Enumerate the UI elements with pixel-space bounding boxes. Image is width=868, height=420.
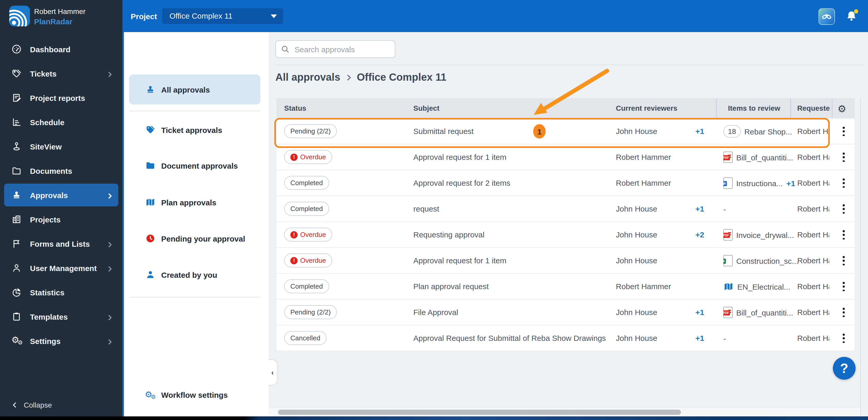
filter-item-document-approvals[interactable]: Document approvals	[129, 150, 260, 180]
subject-cell[interactable]: Plan approval request	[413, 274, 489, 300]
table-row[interactable]: !OverdueApproval request for 1 itemJohn …	[276, 248, 855, 274]
chevron-right-icon	[107, 192, 113, 198]
filter-item-all-approvals[interactable]: All approvals	[129, 75, 260, 105]
table-row[interactable]: !OverdueApproval request for 1 itemRober…	[276, 144, 855, 170]
workflow-gears-icon: ⚙⚙	[145, 390, 156, 400]
user-block[interactable]: Robert Hammer PlanRadar	[0, 0, 122, 33]
column-header-requester[interactable]: Requester	[797, 98, 830, 118]
row-menu-kebab-icon[interactable]	[839, 307, 849, 318]
filter-item-ticket-approvals[interactable]: Ticket approvals	[129, 115, 260, 145]
item-file-name[interactable]: Invoice_drywal...	[736, 230, 794, 239]
overdue-alert-icon: !	[290, 231, 298, 238]
subject-cell[interactable]: Approval request for 2 items	[413, 170, 510, 196]
reviewers-extra-count[interactable]: +1	[689, 196, 704, 222]
collapse-label: Collapse	[24, 401, 52, 409]
help-button[interactable]: ?	[833, 357, 856, 380]
filter-item-created-by-you[interactable]: Created by you	[129, 260, 260, 290]
items-extra-count[interactable]: +1	[786, 179, 795, 188]
column-header-subject[interactable]: Subject	[413, 98, 439, 118]
status-cell: Cancelled	[284, 331, 327, 345]
sidebar-item-documents[interactable]: Documents	[4, 159, 118, 182]
reviewer-cell: Robert Hammer	[616, 144, 671, 170]
table-row[interactable]: Pending (2/2)File ApprovalJohn House+1PD…	[276, 300, 855, 325]
item-file-name[interactable]: Rebar Shop...	[744, 127, 792, 136]
table-settings-gear-icon[interactable]: ⚙	[838, 98, 846, 118]
subject-cell[interactable]: Approval Request for Submittal of Reba S…	[413, 325, 606, 351]
connect-app-icon[interactable]	[818, 8, 835, 25]
sidebar-item-dashboard[interactable]: Dashboard	[4, 38, 118, 60]
sidebar-item-approvals[interactable]: Approvals	[4, 184, 118, 206]
filter-item-workflow-settings[interactable]: ⚙⚙Workflow settings	[129, 380, 260, 410]
sidebar-collapse-button[interactable]: Collapse	[11, 401, 52, 409]
subject-cell[interactable]: Requesting approval	[413, 222, 485, 248]
sidebar-item-siteview[interactable]: SiteView	[4, 135, 118, 158]
filter-item-plan-approvals[interactable]: Plan approvals	[129, 187, 260, 217]
search-box[interactable]	[275, 40, 395, 58]
notification-dot	[854, 9, 858, 13]
table-row[interactable]: CompletedrequestJohn House+1-Robert Ha	[276, 196, 855, 222]
sidebar-item-settings[interactable]: ⚙⚙Settings	[4, 330, 118, 352]
items-to-review-cell: 18Rebar Shop...	[723, 118, 792, 144]
horizontal-scrollbar-thumb[interactable]	[278, 410, 681, 415]
items-to-review-cell: WInstructiona...+1	[723, 170, 795, 196]
item-file-name[interactable]: Construction_sc...	[736, 256, 798, 265]
table-row[interactable]: CancelledApproval Request for Submittal …	[276, 325, 855, 351]
row-menu-kebab-icon[interactable]	[839, 177, 849, 189]
subject-cell[interactable]: Approval request for 1 item	[413, 144, 506, 170]
sidebar-item-project-reports[interactable]: Project reports	[4, 86, 118, 109]
reviewers-extra-count[interactable]: +2	[689, 222, 704, 248]
search-input[interactable]	[293, 44, 389, 54]
subject-cell[interactable]: request	[413, 196, 439, 222]
sidebar-item-user-management[interactable]: User Management	[4, 256, 118, 279]
vertical-scrollbar-track[interactable]	[860, 98, 861, 420]
reviewer-cell: John House	[616, 300, 657, 325]
horizontal-scrollbar-track[interactable]	[269, 407, 860, 417]
item-file-name[interactable]: Bill_of_quantiti...	[736, 153, 793, 162]
row-menu-kebab-icon[interactable]	[839, 203, 849, 215]
sidebar-item-templates[interactable]: Templates	[4, 305, 118, 328]
subject-cell[interactable]: File Approval	[413, 300, 458, 325]
table-row[interactable]: CompletedApproval request for 2 itemsRob…	[276, 170, 855, 196]
table-row[interactable]: !OverdueRequesting approvalJohn House+2P…	[276, 222, 855, 248]
item-file-name[interactable]: EN_Electrical...	[737, 282, 790, 291]
requester-cell: Robert Ha	[797, 248, 829, 274]
projects-icon	[11, 214, 22, 224]
sidebar-item-schedule[interactable]: Schedule	[4, 111, 118, 134]
table-row[interactable]: Pending (2/2)Submittal request1John Hous…	[276, 118, 855, 144]
row-menu-kebab-icon[interactable]	[839, 333, 849, 344]
items-to-review-cell: PDFBill_of_quantiti...	[723, 300, 793, 325]
reviewers-extra-count[interactable]: +1	[689, 325, 704, 351]
subject-cell[interactable]: Submittal request	[413, 118, 473, 144]
reviewers-extra-count[interactable]: +1	[689, 300, 704, 325]
column-header-items-to-review[interactable]: Items to review	[728, 98, 780, 118]
reviewers-extra-count[interactable]: +1	[689, 118, 704, 144]
item-file-name[interactable]: Bill_of_quantiti...	[736, 308, 793, 317]
sidebar-item-tickets[interactable]: Tickets	[4, 62, 118, 85]
reviewer-cell: Robert Hammer	[616, 170, 671, 196]
status-cell: !Overdue	[284, 253, 332, 268]
sidebar-item-forms-and-lists[interactable]: Forms and Lists	[4, 232, 118, 255]
project-dropdown[interactable]: Office Complex 11	[162, 8, 283, 24]
sidebar-item-label: Settings	[30, 336, 60, 345]
column-header-status[interactable]: Status	[284, 98, 306, 118]
subject-cell[interactable]: Approval request for 1 item	[413, 248, 506, 274]
notification-bell-icon[interactable]	[845, 9, 859, 23]
item-file-name[interactable]: Instructiona...	[736, 179, 783, 188]
templates-icon	[11, 311, 22, 322]
reports-icon	[11, 92, 22, 103]
sidebar-item-statistics[interactable]: Statistics	[4, 281, 118, 304]
chevron-right-icon	[107, 313, 113, 320]
filter-item-label: All approvals	[161, 85, 210, 94]
filter-item-label: Plan approvals	[161, 198, 216, 207]
row-menu-kebab-icon[interactable]	[839, 229, 849, 241]
sidebar-item-projects[interactable]: Projects	[4, 208, 118, 231]
stamp-icon	[145, 84, 156, 95]
breadcrumb-parent[interactable]: All approvals	[275, 72, 340, 83]
table-row[interactable]: CompletedPlan approval requestRobert Ham…	[276, 274, 855, 300]
row-menu-kebab-icon[interactable]	[839, 126, 849, 137]
row-menu-kebab-icon[interactable]	[839, 151, 849, 163]
filter-item-pending-your-approval[interactable]: Pending your approval	[129, 223, 260, 253]
row-menu-kebab-icon[interactable]	[839, 281, 849, 292]
column-header-current-reviewers[interactable]: Current reviewers	[616, 98, 677, 118]
row-menu-kebab-icon[interactable]	[839, 255, 849, 267]
